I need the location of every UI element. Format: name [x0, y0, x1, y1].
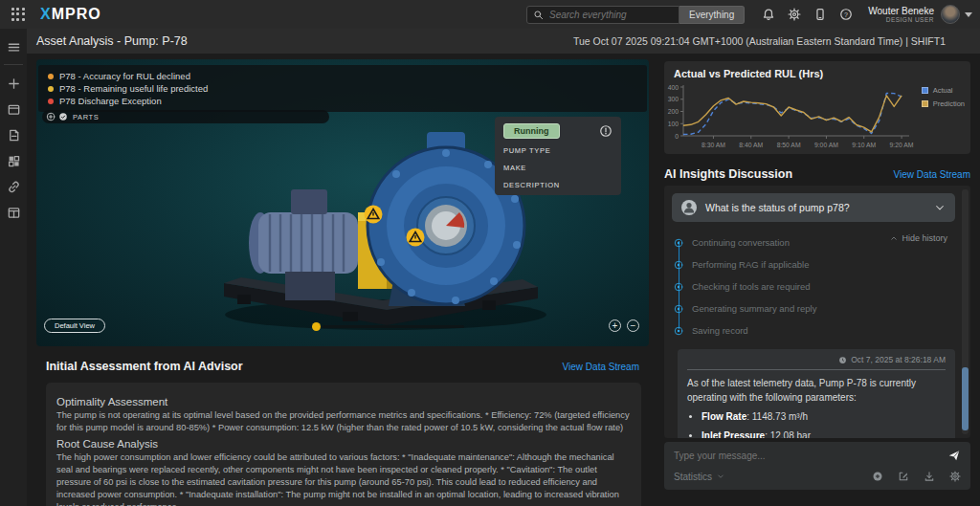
- step-label: Performing RAG if applicable: [692, 259, 810, 270]
- gear-icon[interactable]: [788, 8, 801, 21]
- svg-text:?: ?: [844, 11, 848, 18]
- sidebar-page-icon[interactable]: [7, 128, 21, 143]
- alert-severity-dot: [48, 74, 54, 79]
- zoom-in-button[interactable]: +: [609, 319, 621, 332]
- assessment-card: Optimality Assessment The pump is not op…: [46, 383, 641, 506]
- timeline-slider[interactable]: [312, 322, 464, 331]
- svg-text:100: 100: [668, 121, 679, 127]
- ai-reply-card: Oct 7, 2025 at 8:26:18 AM As of the late…: [678, 349, 955, 438]
- datetime-label: Tue Oct 07 2025 09:21:04 GMT+1000 (Austr…: [573, 35, 946, 47]
- sidebar-menu-icon[interactable]: [7, 40, 21, 55]
- slider-track[interactable]: [323, 325, 464, 328]
- legend-swatch: [922, 87, 928, 94]
- avatar[interactable]: [941, 5, 960, 24]
- svg-text:400: 400: [668, 84, 679, 91]
- telemetry-param: Flow Rate: 1148.73 m³/h: [702, 411, 946, 422]
- chart-legend: ActualPrediction: [922, 86, 965, 113]
- legend-item-prediction[interactable]: Prediction: [922, 99, 965, 108]
- chat-action-icons: [872, 471, 961, 482]
- page-title: Asset Analysis - Pump: P-78: [36, 34, 188, 48]
- chart-title: Actual vs Predicted RUL (Hrs): [664, 61, 970, 79]
- message-input[interactable]: [674, 451, 947, 461]
- parts-label: PARTS: [73, 113, 99, 121]
- legend-label: Actual: [933, 86, 953, 95]
- alert-item[interactable]: P78 Discharge Exception: [48, 95, 637, 107]
- rul-chart-card: Actual vs Predicted RUL (Hrs) 0100200300…: [664, 61, 970, 154]
- app-grid-icon[interactable]: [11, 8, 25, 21]
- reply-intro: As of the latest telemetry data, Pump P-…: [687, 376, 946, 405]
- add-circle-icon[interactable]: [872, 471, 883, 482]
- info-field-label: DESCRIPTION: [503, 181, 612, 189]
- chevron-down-icon: [717, 473, 724, 480]
- download-icon[interactable]: [924, 471, 935, 482]
- mobile-icon[interactable]: [813, 8, 827, 21]
- parts-toggle-bar: PARTS: [42, 110, 329, 123]
- default-view-button[interactable]: Default View: [44, 319, 105, 333]
- step-label: Continuing conversation: [692, 237, 790, 248]
- expand-parts-icon[interactable]: [46, 112, 56, 121]
- user-question-bubble[interactable]: What is the status of pump p78?: [672, 193, 955, 222]
- user-role: DESIGN USER: [868, 16, 934, 23]
- legend-label: Prediction: [933, 99, 965, 108]
- assessment-view-data-stream-link[interactable]: View Data Stream: [563, 362, 639, 372]
- ai-view-data-stream-link[interactable]: View Data Stream: [894, 169, 970, 180]
- alert-text: P78 - Accuracy for RUL declined: [59, 71, 190, 81]
- slider-knob[interactable]: [312, 322, 321, 331]
- parts-checkbox-icon[interactable]: [58, 112, 68, 121]
- agent-step: Performing RAG if applicable: [674, 253, 970, 275]
- search-box[interactable]: [526, 6, 679, 24]
- user-name: Wouter Beneke: [868, 6, 934, 16]
- svg-text:0: 0: [675, 133, 679, 140]
- settings-icon[interactable]: [949, 471, 961, 482]
- search-scope-button[interactable]: Everything: [679, 6, 745, 24]
- zoom-out-button[interactable]: −: [627, 319, 639, 332]
- info-icon[interactable]: [599, 124, 612, 138]
- step-status-icon: [674, 282, 683, 292]
- assessment-title: Initial Assessment from AI Advisor: [46, 360, 243, 373]
- status-badge: Running: [503, 123, 560, 139]
- alert-item[interactable]: P78 - Accuracy for RUL declined: [48, 70, 637, 82]
- telemetry-param-list: Flow Rate: 1148.73 m³/hInlet Pressure: 1…: [687, 411, 946, 438]
- sidebar-plus-icon[interactable]: [7, 77, 21, 91]
- reply-timestamp: Oct 7, 2025 at 8:26:18 AM: [851, 355, 946, 364]
- pump-info-fields: PUMP TYPEMAKEDESCRIPTION: [503, 146, 612, 189]
- chat-scrollbar-thumb[interactable]: [962, 367, 969, 430]
- clock-icon: [838, 356, 847, 364]
- statistics-dropdown[interactable]: Statistics: [674, 472, 724, 482]
- asset-3d-viewer[interactable]: P78 - Accuracy for RUL declinedP78 - Rem…: [36, 59, 649, 346]
- sidebar-table-icon[interactable]: [7, 206, 21, 220]
- ai-chat-panel: What is the status of pump p78? Hide his…: [664, 186, 970, 438]
- user-menu-caret-icon[interactable]: [965, 12, 972, 17]
- section-heading: Optimality Assessment: [56, 396, 631, 407]
- send-icon[interactable]: [947, 449, 961, 462]
- alert-text: P78 Discharge Exception: [59, 96, 162, 106]
- sidebar-link-icon[interactable]: [7, 180, 21, 194]
- bell-icon[interactable]: [762, 8, 775, 21]
- chevron-down-icon[interactable]: [934, 202, 946, 213]
- svg-text:8:40 AM: 8:40 AM: [739, 142, 763, 148]
- info-field-label: MAKE: [503, 164, 612, 172]
- search-input[interactable]: [549, 10, 664, 20]
- alert-item[interactable]: P78 - Remaining useful life predicted: [48, 82, 637, 95]
- svg-text:200: 200: [668, 108, 679, 115]
- section-heading: Root Cause Analysis: [56, 438, 631, 450]
- page-header: Asset Analysis - Pump: P-78 Tue Oct 07 2…: [27, 29, 980, 54]
- edit-icon[interactable]: [898, 471, 909, 482]
- user-avatar-icon: [681, 200, 697, 215]
- help-icon[interactable]: ?: [839, 8, 853, 21]
- step-label: Saving record: [692, 325, 748, 336]
- agent-step-list: Continuing conversationPerforming RAG if…: [674, 231, 970, 341]
- chat-scrollbar[interactable]: [962, 189, 969, 434]
- step-status-icon: [674, 326, 683, 336]
- step-status-icon: [674, 238, 683, 248]
- svg-text:9:10 AM: 9:10 AM: [852, 142, 876, 148]
- legend-item-actual[interactable]: Actual: [922, 86, 965, 95]
- section-body: The high power consumption and lower eff…: [56, 451, 631, 506]
- agent-step: Generating summary and reply: [674, 297, 970, 319]
- svg-text:300: 300: [668, 96, 679, 102]
- sidebar-window-icon[interactable]: [7, 102, 21, 117]
- alert-severity-dot: [48, 86, 54, 92]
- alert-text: P78 - Remaining useful life predicted: [59, 83, 208, 94]
- step-label: Generating summary and reply: [692, 303, 816, 314]
- sidebar-blocks-icon[interactable]: [7, 154, 21, 168]
